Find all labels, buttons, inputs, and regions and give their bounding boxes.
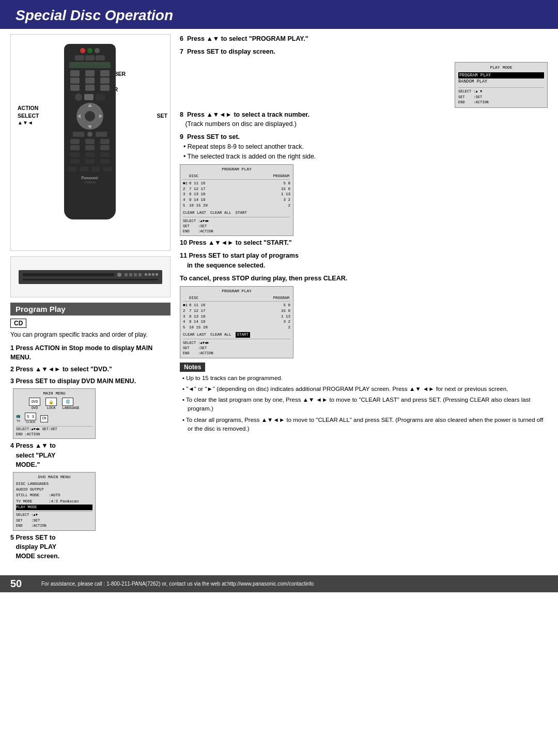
ch-icon-small: CH (40, 415, 48, 422)
page-footer: 50 For assistance, please call : 1-800-2… (0, 575, 558, 592)
step-7: 7 Press SET to display screen. (180, 47, 548, 57)
left-column: NUMBER keys CLEAR ACTION SELECT ▲▼◄ SET (10, 34, 171, 565)
prog-table-1-title: PROGRAM PLAY (183, 166, 290, 172)
note-1: • Up to 15 tracks can be programmed. (182, 374, 548, 383)
step-5: 5 Press SET to display PLAY MODE screen. (10, 533, 171, 561)
notes-section: Notes • Up to 15 tracks can be programme… (180, 363, 548, 434)
prog2-row-3: 3 8 13 18 1 13 (183, 314, 290, 320)
cancel-instruction: To cancel, press STOP during play, then … (180, 274, 548, 284)
section-description: You can program specific tracks and orde… (10, 330, 171, 339)
program-play-option: PROGRAM PLAY (458, 72, 544, 79)
cd-badge: CD (10, 319, 26, 328)
clear-last-btn: CLEAR LAST (183, 210, 206, 216)
prog-row-2: 2 7 12 17 15 6 (183, 186, 290, 192)
step-4: 4 Press ▲▼ to select "PLAY MODE." (10, 441, 171, 469)
program-play-section: Program Play CD You can program specific… (10, 303, 171, 561)
prog-table-2-title: PROGRAM PLAY (183, 288, 290, 294)
main-menu-title: MAIN MENU (16, 390, 92, 396)
program-play-table-1: PROGRAM PLAY DISC PROGRAM ■1 6 11 16 5 8… (180, 164, 293, 236)
prog2-row-1: ■1 6 11 16 5 8 (183, 303, 290, 308)
step-8: 8 Press ▲▼◄► to select a track number. (… (180, 110, 548, 130)
play-mode-screen: PLAY MODE PROGRAM PLAY RANDOM PLAY SELEC… (455, 62, 548, 108)
dvd-main-footer: SELECT :▲▼SET :SETEND :ACTION (16, 511, 92, 529)
prog2-row-2: 2 7 12 17 15 6 (183, 308, 290, 314)
start-btn: START (236, 210, 247, 216)
start-btn2-highlighted: START (236, 332, 251, 338)
clock-display: 5 3 (25, 413, 36, 420)
program-play-table-2: PROGRAM PLAY DISC PROGRAM ■1 6 11 16 5 8… (180, 286, 293, 358)
play-mode-title: PLAY MODE (458, 65, 544, 71)
contact-info: For assistance, please call : 1-800-211-… (41, 581, 314, 587)
arrows-label: ▲▼◄ (18, 120, 33, 125)
main-menu-footer: SELECT:▲▼◄► SET:SETEND :ACTION (16, 426, 92, 437)
notes-list: • Up to 15 tracks can be programmed. • "… (180, 374, 548, 434)
play-mode-footer: SELECT :▲ ▼SET :SETEND :ACTION (458, 87, 544, 105)
set-label: SET (157, 113, 167, 119)
step-1: 1 Press ACTION in Stop mode to display M… (10, 343, 171, 362)
step-6: 6 Press ▲▼ to select "PROGRAM PLAY." (180, 34, 548, 44)
page-title: Special Disc Operation (16, 7, 542, 24)
language-icon-area: 🌐 LANGUAGE (62, 398, 80, 411)
note-3: • To clear the last program one by one, … (182, 396, 548, 414)
page-header: Special Disc Operation (0, 0, 558, 29)
tv-icon-small: 📺 TV (16, 414, 21, 423)
step-10: 10 Press ▲▼◄► to select "START." (180, 238, 548, 248)
prog-table2-footer: SELECT :▲▼◄►SET :SETEND :ACTION (183, 339, 290, 356)
select-label: SELECT (18, 113, 39, 119)
lock-icon-area: 🔒 LOCK (45, 398, 57, 411)
prog-row-5: 5 10 15 20 2 (183, 203, 290, 209)
dvd-player-area (10, 256, 171, 297)
step-9: 9 Press SET to set. • Repeat steps 8-9 t… (180, 132, 548, 161)
play-mode-highlighted: PLAY MODE (16, 505, 92, 510)
page-number: 50 (10, 578, 31, 590)
main-content: NUMBER keys CLEAR ACTION SELECT ▲▼◄ SET (0, 29, 558, 570)
step-3: 3 Press SET to display DVD MAIN MENU. (10, 376, 171, 386)
prog2-row-5: 5 10 15 20 2 (183, 325, 290, 330)
main-menu-icons: DVD DVD 🔒 LOCK 🌐 LANGUAGE (16, 398, 92, 411)
prog-row-1: ■1 6 11 16 5 8 (183, 181, 290, 186)
note-4: • To clear all programs, Press ▲▼◄► to m… (182, 416, 548, 434)
prog-table-footer: SELECT :▲▼◄►SET :SETEND :ACTION (183, 217, 290, 234)
prog-row-4: 4 9 14 19 3 2 (183, 197, 290, 203)
action-label: ACTION (18, 105, 38, 111)
right-column: 6 Press ▲▼ to select "PROGRAM PLAY." 7 P… (180, 34, 548, 565)
clear-all-btn2: CLEAR ALL (210, 332, 231, 338)
random-play-option: RANDOM PLAY (458, 78, 544, 85)
dvd-main-menu-title: DVD MAIN MENU (16, 474, 92, 480)
note-2: • "◄" or "►" (depending on disc) indicat… (182, 385, 548, 393)
clock-icon-area: 5 3 CLOCK (25, 413, 36, 425)
remote-container: NUMBER keys CLEAR ACTION SELECT ▲▼◄ SET (10, 34, 171, 251)
remote-body: Panasonic TV/DVD (64, 44, 116, 219)
remote-with-labels: NUMBER keys CLEAR ACTION SELECT ▲▼◄ SET (15, 39, 170, 238)
notes-header: Notes (180, 363, 205, 372)
clear-all-btn: CLEAR ALL (210, 210, 231, 216)
main-menu-screen: MAIN MENU DVD DVD 🔒 LOCK 🌐 LANGUAGE (13, 388, 96, 439)
step-2: 2 Press ▲▼◄► to select "DVD." (10, 365, 171, 374)
program-play-header: Program Play (10, 303, 171, 316)
prog2-row-4: 4 9 14 19 3 2 (183, 319, 290, 325)
step-11: 11 Press SET to start play of programs i… (180, 251, 548, 271)
clear-last-btn2: CLEAR LAST (183, 332, 206, 338)
dvd-main-menu-screen: DVD MAIN MENU DISC LANGUAGES AUDIO OUTPU… (13, 472, 96, 531)
prog-row-3: 3 8 13 18 1 13 (183, 192, 290, 197)
dvd-icon-area: DVD DVD (29, 398, 40, 411)
